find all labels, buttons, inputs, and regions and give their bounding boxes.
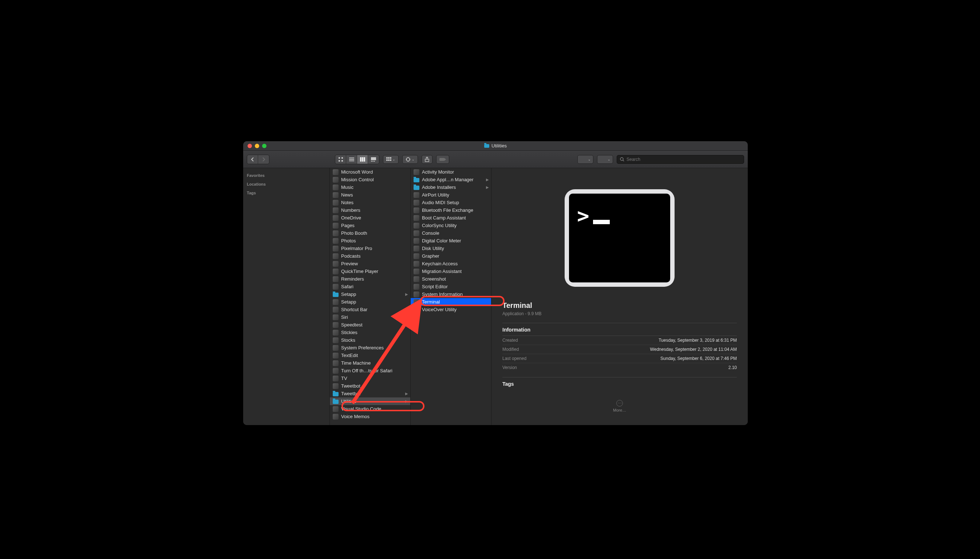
- list-item[interactable]: Console: [411, 229, 491, 237]
- app-icon: [414, 276, 419, 282]
- list-item[interactable]: ColorSync Utility: [411, 222, 491, 229]
- action-menu-button[interactable]: ⌄: [402, 155, 418, 164]
- list-item[interactable]: Keychain Access: [411, 260, 491, 268]
- list-item[interactable]: System Preferences: [330, 344, 410, 352]
- list-item[interactable]: Mission Control: [330, 176, 410, 184]
- svg-rect-12: [372, 161, 374, 162]
- list-item[interactable]: Digital Color Meter: [411, 237, 491, 245]
- window-title: Utilities: [243, 143, 748, 149]
- list-item[interactable]: QuickTime Player: [330, 268, 410, 275]
- app-icon: [333, 169, 339, 175]
- list-item[interactable]: Safari: [330, 283, 410, 290]
- list-item[interactable]: Speedtest: [330, 321, 410, 329]
- preview-more[interactable]: ⋯ More…: [502, 400, 737, 412]
- list-item[interactable]: Music: [330, 184, 410, 191]
- list-item[interactable]: TextEdit: [330, 352, 410, 359]
- list-item[interactable]: Turn Off th…ts for Safari: [330, 367, 410, 374]
- list-item[interactable]: Tweetbot: [330, 382, 410, 390]
- close-button[interactable]: [248, 144, 252, 148]
- column-applications[interactable]: Microsoft WordMission ControlMusicNewsNo…: [330, 168, 411, 425]
- forward-button[interactable]: [258, 155, 269, 164]
- app-icon: [333, 230, 339, 236]
- list-item[interactable]: Screenshot: [411, 275, 491, 283]
- app-icon: [414, 192, 419, 198]
- app-icon: [333, 238, 339, 244]
- share-button[interactable]: [422, 155, 432, 164]
- list-item[interactable]: Time Machine: [330, 359, 410, 367]
- list-item[interactable]: Audio MIDI Setup: [411, 199, 491, 206]
- list-item[interactable]: AirPort Utility: [411, 191, 491, 199]
- list-item[interactable]: Terminal: [411, 298, 491, 306]
- list-item[interactable]: Setapp: [330, 298, 410, 306]
- list-item[interactable]: Activity Monitor: [411, 168, 491, 176]
- list-item[interactable]: News: [330, 191, 410, 199]
- search-input[interactable]: [626, 157, 741, 162]
- list-item[interactable]: Stocks: [330, 336, 410, 344]
- list-item[interactable]: Setapp▶: [330, 290, 410, 298]
- toolbar-dropdown-2[interactable]: ⌄: [597, 155, 613, 164]
- list-item[interactable]: System Information: [411, 290, 491, 298]
- search-field[interactable]: [617, 155, 744, 164]
- app-icon: [414, 269, 419, 275]
- tags-button[interactable]: [436, 155, 449, 164]
- view-icons-button[interactable]: [335, 155, 346, 164]
- app-icon: [414, 253, 419, 259]
- app-icon: [414, 207, 419, 213]
- list-item[interactable]: Tweetbot▶: [330, 390, 410, 397]
- svg-rect-21: [408, 157, 409, 158]
- list-item[interactable]: Preview: [330, 260, 410, 268]
- column-utilities[interactable]: Activity MonitorAdobe Appl…n Manager▶Ado…: [411, 168, 492, 425]
- list-item[interactable]: Migration Assistant: [411, 268, 491, 275]
- list-item[interactable]: Pages: [330, 222, 410, 229]
- list-item[interactable]: Reminders: [330, 275, 410, 283]
- list-item[interactable]: Boot Camp Assistant: [411, 214, 491, 222]
- back-button[interactable]: [247, 155, 258, 164]
- preview-tags-header: Tags: [502, 377, 737, 390]
- view-list-button[interactable]: [346, 155, 357, 164]
- info-value: Sunday, September 6, 2020 at 7:46 PM: [661, 356, 737, 361]
- list-item[interactable]: Podcasts: [330, 252, 410, 260]
- list-item[interactable]: Pixelmator Pro: [330, 245, 410, 252]
- list-item[interactable]: Photos: [330, 237, 410, 245]
- list-item[interactable]: VoiceOver Utility: [411, 306, 491, 313]
- list-item[interactable]: Voice Memos: [330, 413, 410, 420]
- list-item[interactable]: Numbers: [330, 206, 410, 214]
- app-icon: [333, 414, 339, 420]
- list-item[interactable]: Bluetooth File Exchange: [411, 206, 491, 214]
- app-icon: [333, 337, 339, 343]
- list-item[interactable]: Stickies: [330, 329, 410, 336]
- list-item[interactable]: Disk Utility: [411, 245, 491, 252]
- list-item[interactable]: Adobe Appl…n Manager▶: [411, 176, 491, 184]
- list-item[interactable]: Siri: [330, 313, 410, 321]
- toolbar-dropdown-1[interactable]: ⌄: [578, 155, 593, 164]
- preview-icon-terminal: >: [564, 189, 675, 287]
- list-item[interactable]: OneDrive: [330, 214, 410, 222]
- list-item[interactable]: Script Editor: [411, 283, 491, 290]
- maximize-button[interactable]: [262, 144, 267, 148]
- list-item[interactable]: Visual Studio Code: [330, 405, 410, 413]
- view-gallery-button[interactable]: [368, 155, 379, 164]
- sidebar-header-favorites[interactable]: Favorites: [243, 171, 329, 180]
- list-item[interactable]: Grapher: [411, 252, 491, 260]
- info-key: Modified: [502, 347, 519, 352]
- view-columns-button[interactable]: [357, 155, 368, 164]
- group-by-button[interactable]: ⌄: [383, 155, 399, 164]
- minimize-button[interactable]: [255, 144, 259, 148]
- list-item[interactable]: Photo Booth: [330, 229, 410, 237]
- svg-rect-9: [364, 157, 365, 162]
- list-item[interactable]: Shortcut Bar: [330, 306, 410, 313]
- list-item[interactable]: Microsoft Word: [330, 168, 410, 176]
- disclosure-chevron-icon: ▶: [405, 392, 408, 395]
- list-item[interactable]: Notes: [330, 199, 410, 206]
- list-item-label: ColorSync Utility: [422, 223, 457, 228]
- list-item[interactable]: TV: [330, 374, 410, 382]
- list-item[interactable]: Utilities▶: [330, 397, 410, 405]
- app-icon: [333, 383, 339, 389]
- list-item[interactable]: Adobe Installers▶: [411, 184, 491, 191]
- sidebar-header-tags[interactable]: Tags: [243, 189, 329, 197]
- sidebar-header-locations[interactable]: Locations: [243, 180, 329, 189]
- app-icon: [333, 200, 339, 206]
- app-icon: [414, 291, 419, 297]
- list-item-label: Digital Color Meter: [422, 238, 461, 243]
- nav-buttons: [247, 155, 270, 164]
